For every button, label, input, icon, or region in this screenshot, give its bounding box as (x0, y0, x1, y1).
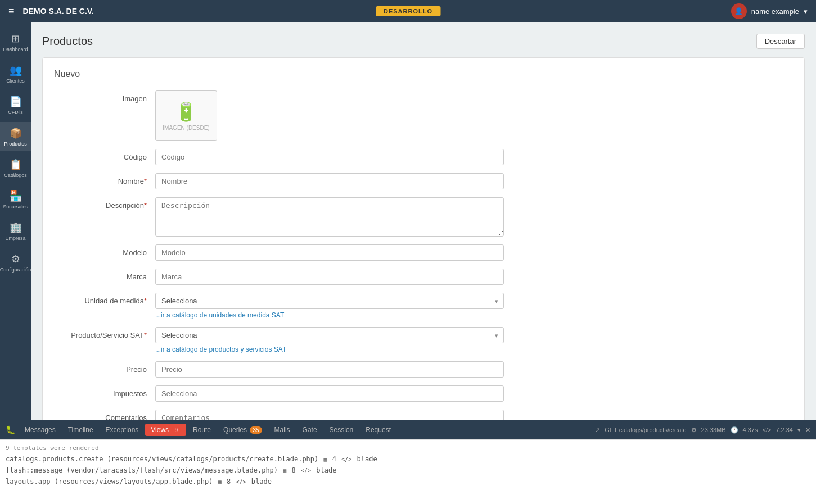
sidebar-item-label: Empresa (5, 235, 25, 241)
debug-tab-mails[interactable]: Mails (269, 424, 296, 436)
debug-version: 7.2.34 (776, 426, 793, 433)
imagen-label: Imagen (54, 90, 155, 103)
sidebar-item-label: Catálogos (4, 172, 27, 178)
debug-tab-gate[interactable]: Gate (297, 424, 323, 436)
content-area: Productos Descartar Nuevo Imagen 🔋 IMAGE… (31, 22, 816, 420)
impuestos-group: Impuestos (54, 385, 793, 402)
debug-tab-session[interactable]: Session (324, 424, 359, 436)
producto-sat-select-wrapper: Selecciona ▾ (155, 327, 504, 343)
impuestos-label: Impuestos (54, 385, 155, 398)
topbar: ≡ DEMO S.A. DE C.V. DESARROLLO 👤 name ex… (0, 0, 816, 22)
unidad-catalog-link[interactable]: ...ir a catálogo de unidades de medida S… (155, 311, 504, 319)
debug-tab-timeline[interactable]: Timeline (62, 424, 99, 436)
descripcion-input[interactable] (155, 197, 504, 237)
debug-tab-exceptions[interactable]: Exceptions (100, 424, 145, 436)
sidebar-item-empresa[interactable]: 🏢 Empresa (0, 217, 31, 246)
configuracion-icon: ⚙ (11, 253, 20, 265)
card-title: Nuevo (54, 69, 793, 79)
debug-tab-route[interactable]: Route (187, 424, 217, 436)
marca-input[interactable] (155, 269, 504, 285)
comentarios-group: Comentarios (54, 410, 793, 420)
producto-sat-select[interactable]: Selecciona (155, 327, 504, 343)
marca-label: Marca (54, 269, 155, 281)
sidebar-item-label: Configuración (0, 267, 31, 273)
debug-tab-request[interactable]: Request (360, 424, 396, 436)
cfdis-icon: 📄 (10, 96, 22, 108)
debug-bar: 🐛 Messages Timeline Exceptions Views 9 R… (0, 420, 816, 439)
blade-icon-2: </> (301, 467, 311, 474)
line-number-icon: ▦ (324, 456, 327, 462)
debug-line-2: flash::message (vendor/laracasts/flash/s… (6, 466, 810, 474)
nombre-label: Nombre* (54, 173, 155, 185)
debug-time: 4.37s (743, 426, 758, 433)
debug-route-icon: ↗ (595, 426, 600, 434)
nombre-group: Nombre* (54, 173, 793, 189)
debug-line-3: layouts.app (resources/views/layouts/app… (6, 478, 810, 485)
form-card: Nuevo Imagen 🔋 IMAGEN (DESDE) Código Nom… (42, 57, 805, 420)
debug-memory: 23.33MB (701, 426, 726, 433)
sidebar-item-configuracion[interactable]: ⚙ Configuración (0, 248, 31, 277)
producto-sat-label: Producto/Servicio SAT* (54, 327, 155, 339)
debug-right-info: ↗ GET catalogs/products/create ⚙ 23.33MB… (595, 426, 810, 434)
image-upload-box[interactable]: 🔋 IMAGEN (DESDE) (155, 90, 217, 141)
debug-tab-queries[interactable]: Queries 35 (218, 424, 268, 436)
blade-icon-3: </> (236, 479, 246, 485)
user-menu[interactable]: 👤 name example ▾ (731, 3, 808, 19)
debug-close-icon[interactable]: ✕ (805, 426, 810, 434)
unidad-select-wrapper: Selecciona ▾ (155, 293, 504, 309)
line-number-icon-2: ▦ (283, 467, 286, 474)
sidebar-item-catalogos[interactable]: 📋 Catálogos (0, 154, 31, 183)
line-number-icon-3: ▦ (218, 479, 222, 485)
codigo-group: Código (54, 149, 793, 165)
codigo-input[interactable] (155, 149, 504, 165)
modelo-group: Modelo (54, 244, 793, 261)
env-badge: DESARROLLO (376, 6, 440, 16)
sidebar-item-cfdis[interactable]: 📄 CFDi's (0, 91, 31, 120)
sidebar-item-clientes[interactable]: 👥 Clientes (0, 60, 31, 88)
image-placeholder-text: IMAGEN (DESDE) (163, 125, 209, 131)
sucursales-icon: 🏪 (10, 190, 22, 202)
producto-sat-catalog-link[interactable]: ...ir a catálogo de productos y servicio… (155, 346, 504, 353)
avatar: 👤 (731, 3, 747, 19)
debug-summary: 9 templates were rendered (6, 444, 810, 452)
comentarios-input[interactable] (155, 410, 504, 420)
debug-collapse-icon[interactable]: ▾ (797, 426, 801, 434)
modelo-label: Modelo (54, 244, 155, 257)
sidebar-item-label: CFDi's (8, 110, 23, 115)
menu-hamburger-icon[interactable]: ≡ (8, 6, 15, 17)
page-title: Productos (42, 35, 93, 48)
catalogos-icon: 📋 (10, 158, 22, 171)
impuestos-input[interactable] (155, 385, 504, 402)
sidebar-item-sucursales[interactable]: 🏪 Sucursales (0, 185, 31, 214)
modelo-input[interactable] (155, 244, 504, 261)
precio-label: Precio (54, 361, 155, 374)
main-wrapper: ⊞ Dashboard 👥 Clientes 📄 CFDi's 📦 Produc… (0, 22, 816, 420)
debug-tab-messages[interactable]: Messages (19, 424, 61, 436)
debug-clock-icon: 🕐 (731, 426, 738, 434)
unidad-label: Unidad de medida* (54, 293, 155, 305)
descripcion-label: Descripción* (54, 197, 155, 210)
unidad-select[interactable]: Selecciona (155, 293, 504, 309)
precio-input[interactable] (155, 361, 504, 378)
productos-icon: 📦 (10, 127, 22, 139)
views-badge: 9 (172, 426, 181, 434)
page-header: Productos Descartar (42, 34, 805, 49)
user-chevron-icon: ▾ (804, 7, 808, 16)
nombre-input[interactable] (155, 173, 504, 189)
precio-group: Precio (54, 361, 793, 378)
marca-group: Marca (54, 269, 793, 285)
debug-logo-icon: 🐛 (6, 425, 15, 434)
debug-tab-views[interactable]: Views 9 (145, 424, 186, 436)
descripcion-group: Descripción* (54, 197, 793, 237)
unidad-group: Unidad de medida* Selecciona ▾ ...ir a c… (54, 293, 793, 319)
clientes-icon: 👥 (10, 64, 22, 76)
debug-console: 9 templates were rendered catalogs.produ… (0, 439, 816, 504)
discard-header-button[interactable]: Descartar (756, 34, 805, 49)
sidebar-item-label: Sucursales (3, 204, 28, 210)
producto-sat-group: Producto/Servicio SAT* Selecciona ▾ ...i… (54, 327, 793, 353)
sidebar-item-productos[interactable]: 📦 Productos (0, 122, 31, 151)
empresa-icon: 🏢 (10, 221, 22, 234)
app-title: DEMO S.A. DE C.V. (23, 7, 94, 16)
sidebar-item-dashboard[interactable]: ⊞ Dashboard (0, 28, 31, 57)
user-name: name example (751, 7, 799, 16)
